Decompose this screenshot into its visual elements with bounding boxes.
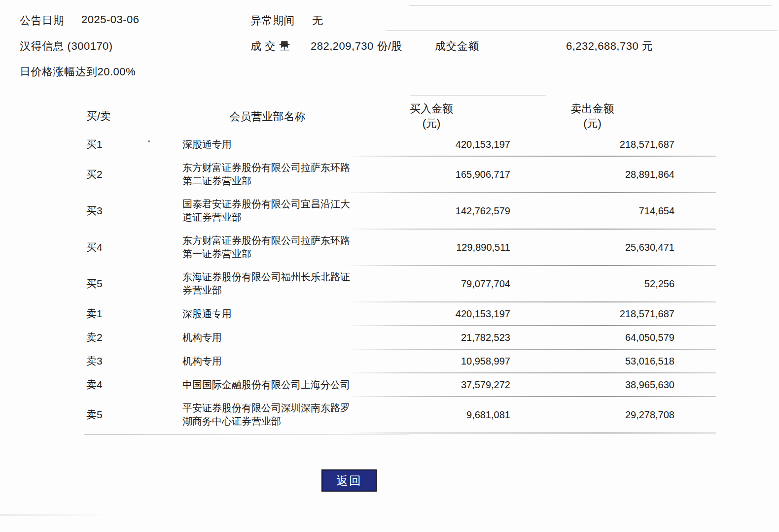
row-side-label: 买1 — [44, 137, 182, 151]
header-buy: 买入金额 (元) — [353, 101, 510, 131]
row-branch-name: 中国国际金融股份有限公司上海分公司 — [182, 378, 353, 392]
broker-table: 买/卖 会员营业部名称 买入金额 (元) 卖出金额 (元) 买1 深股通专用 4… — [44, 100, 720, 433]
abnormal-period-value: 无 — [312, 13, 323, 28]
turnover-value: 6,232,688,730 元 — [566, 39, 653, 54]
scan-artifact-line — [386, 30, 778, 31]
row-sell-amount: 714,654 — [510, 205, 674, 217]
row-branch-name: 机构专用 — [182, 331, 353, 344]
table-row: 买3 国泰君安证券股份有限公司宜昌沿江大道证券营业部 142,762,579 7… — [44, 193, 720, 229]
row-side-label: 卖3 — [44, 354, 182, 368]
header-side: 买/卖 — [44, 109, 182, 124]
row-sell-amount: 28,891,864 — [510, 169, 674, 180]
stock-name: 汉得信息 (300170) — [20, 39, 113, 54]
scan-artifact-smudge — [0, 514, 116, 516]
row-branch-name: 深股通专用 — [182, 307, 353, 321]
header-sell: 卖出金额 (元) — [510, 101, 674, 131]
header-sell-title: 卖出金额 — [510, 101, 674, 116]
row-side-label: 卖4 — [44, 378, 182, 392]
row-buy-amount: 142,762,579 — [353, 205, 510, 217]
row-side-label: 买5 — [44, 277, 182, 291]
row-sell-amount: 29,278,708 — [510, 409, 674, 421]
row-side-label: 卖5 — [44, 408, 182, 422]
row-branch-name: 国泰君安证券股份有限公司宜昌沿江大道证券营业部 — [182, 198, 353, 224]
table-row: 卖2 机构专用 21,782,523 64,050,579 — [44, 326, 720, 349]
table-row: 卖3 机构专用 10,958,997 53,016,518 — [44, 349, 720, 373]
scan-artifact-line — [409, 5, 772, 6]
row-sell-amount: 53,016,518 — [510, 356, 674, 367]
turnover-label: 成交金额 — [435, 39, 479, 54]
row-branch-name: 机构专用 — [182, 355, 353, 368]
row-sell-amount: 218,571,687 — [510, 139, 674, 150]
row-buy-amount: 129,890,511 — [353, 242, 510, 253]
row-buy-amount: 21,782,523 — [353, 332, 510, 343]
table-row: 买5 东海证券股份有限公司福州长乐北路证券营业部 79,077,704 52,2… — [44, 266, 720, 302]
row-branch-name: 东方财富证券股份有限公司拉萨东环路第一证券营业部 — [182, 234, 353, 261]
row-buy-amount: 79,077,704 — [353, 278, 510, 290]
volume-label: 成 交 量 — [250, 39, 290, 54]
row-sell-amount: 25,630,471 — [510, 242, 674, 253]
row-buy-amount: 420,153,197 — [353, 139, 510, 150]
row-sell-amount: 218,571,687 — [510, 308, 674, 320]
header-buy-title: 买入金额 — [353, 101, 510, 116]
row-side-label: 买4 — [44, 240, 182, 254]
row-sell-amount: 64,050,579 — [510, 332, 674, 343]
row-buy-amount: 165,906,717 — [353, 169, 510, 180]
header-branch: 会员营业部名称 — [182, 110, 353, 123]
row-branch-name: 深股通专用 — [182, 138, 353, 151]
table-row: 卖5 平安证券股份有限公司深圳深南东路罗湖商务中心证券营业部 9,681,081… — [44, 397, 720, 433]
row-buy-amount: 10,958,997 — [353, 356, 510, 367]
scan-artifact-line — [410, 95, 546, 96]
header-buy-unit: (元) — [353, 116, 510, 131]
row-buy-amount: 420,153,197 — [353, 308, 510, 320]
header-sell-unit: (元) — [510, 116, 674, 131]
row-side-label: 买2 — [44, 167, 182, 181]
row-side-label: 买3 — [44, 204, 182, 218]
row-sell-amount: 52,256 — [510, 278, 674, 290]
row-branch-name: 平安证券股份有限公司深圳深南东路罗湖商务中心证券营业部 — [182, 401, 353, 428]
volume-value: 282,209,730 份/股 — [311, 39, 402, 54]
table-header-row: 买/卖 会员营业部名称 买入金额 (元) 卖出金额 (元) — [44, 100, 720, 133]
row-buy-amount: 37,579,272 — [353, 379, 510, 391]
table-row: 买1 深股通专用 420,153,197 218,571,687 — [44, 133, 720, 156]
table-row: 卖1 深股通专用 420,153,197 218,571,687 — [44, 302, 720, 326]
abnormal-period-label: 异常期间 — [250, 13, 295, 28]
announce-date-label: 公告日期 — [20, 13, 64, 28]
back-button[interactable]: 返回 — [321, 469, 377, 492]
row-sell-amount: 38,965,630 — [510, 379, 674, 391]
row-branch-name: 东方财富证券股份有限公司拉萨东环路第二证券营业部 — [182, 161, 353, 188]
row-side-label: 卖2 — [44, 331, 182, 344]
row-buy-amount: 9,681,081 — [353, 409, 510, 421]
table-body: 买1 深股通专用 420,153,197 218,571,687 买2 东方财富… — [44, 133, 720, 433]
announce-date-value: 2025-03-06 — [81, 13, 140, 26]
table-row: 卖4 中国国际金融股份有限公司上海分公司 37,579,272 38,965,6… — [44, 373, 720, 397]
table-row: 买2 东方财富证券股份有限公司拉萨东环路第二证券营业部 165,906,717 … — [44, 156, 720, 193]
table-row: 买4 东方财富证券股份有限公司拉萨东环路第一证券营业部 129,890,511 … — [44, 229, 720, 266]
row-branch-name: 东海证券股份有限公司福州长乐北路证券营业部 — [182, 270, 353, 297]
row-side-label: 卖1 — [44, 307, 182, 321]
disclosure-reason: 日价格涨幅达到20.00% — [20, 65, 136, 79]
